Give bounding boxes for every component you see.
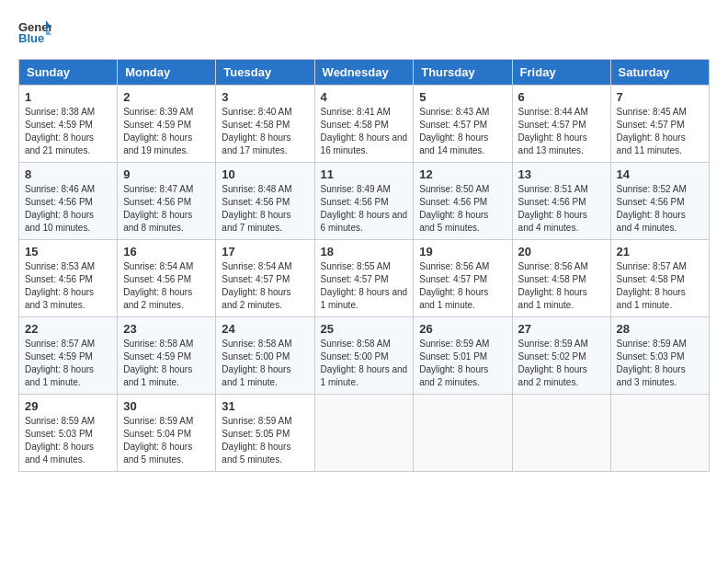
day-number: 28 [617,322,703,336]
cell-info: Sunrise: 8:46 AMSunset: 4:56 PMDaylight:… [25,183,111,235]
cell-info: Sunrise: 8:57 AMSunset: 4:59 PMDaylight:… [25,338,111,389]
calendar-cell: 1Sunrise: 8:38 AMSunset: 4:59 PMDaylight… [19,86,118,163]
cell-info: Sunrise: 8:59 AMSunset: 5:04 PMDaylight:… [123,415,210,466]
cell-info: Sunrise: 8:53 AMSunset: 4:56 PMDaylight:… [25,260,111,312]
day-number: 27 [518,322,605,336]
day-number: 23 [123,322,210,336]
calendar-cell: 2Sunrise: 8:39 AMSunset: 4:59 PMDaylight… [118,86,216,163]
calendar-cell: 30Sunrise: 8:59 AMSunset: 5:04 PMDayligh… [118,395,216,472]
day-number: 13 [518,167,605,181]
day-number: 30 [123,399,210,413]
cell-info: Sunrise: 8:47 AMSunset: 4:56 PMDaylight:… [123,183,210,235]
calendar-header-monday: Monday [118,60,216,86]
calendar-cell: 19Sunrise: 8:56 AMSunset: 4:57 PMDayligh… [414,240,512,317]
day-number: 1 [25,90,111,104]
calendar-cell: 12Sunrise: 8:50 AMSunset: 4:56 PMDayligh… [414,163,512,240]
day-number: 21 [617,245,703,259]
calendar-week-5: 29Sunrise: 8:59 AMSunset: 5:03 PMDayligh… [19,395,710,472]
svg-text:Blue: Blue [18,31,44,44]
cell-info: Sunrise: 8:38 AMSunset: 4:59 PMDaylight:… [25,106,111,157]
cell-info: Sunrise: 8:59 AMSunset: 5:03 PMDaylight:… [25,415,111,466]
calendar-cell: 25Sunrise: 8:58 AMSunset: 5:00 PMDayligh… [314,317,414,395]
calendar-cell: 22Sunrise: 8:57 AMSunset: 4:59 PMDayligh… [19,317,118,395]
day-number: 8 [25,167,111,181]
calendar-cell: 18Sunrise: 8:55 AMSunset: 4:57 PMDayligh… [314,240,414,317]
day-number: 25 [321,322,408,336]
calendar-cell: 3Sunrise: 8:40 AMSunset: 4:58 PMDaylight… [216,86,314,163]
calendar-cell: 27Sunrise: 8:59 AMSunset: 5:02 PMDayligh… [512,317,610,395]
day-number: 19 [419,245,506,259]
calendar-cell: 4Sunrise: 8:41 AMSunset: 4:58 PMDaylight… [314,86,414,163]
calendar-cell: 15Sunrise: 8:53 AMSunset: 4:56 PMDayligh… [19,240,118,317]
calendar-cell [512,395,610,472]
day-number: 11 [321,167,408,181]
day-number: 24 [222,322,308,336]
cell-info: Sunrise: 8:39 AMSunset: 4:59 PMDaylight:… [123,106,210,157]
cell-info: Sunrise: 8:45 AMSunset: 4:57 PMDaylight:… [617,106,703,157]
day-number: 31 [222,399,308,413]
cell-info: Sunrise: 8:58 AMSunset: 5:00 PMDaylight:… [321,338,408,389]
day-number: 18 [321,245,408,259]
calendar-cell: 13Sunrise: 8:51 AMSunset: 4:56 PMDayligh… [512,163,610,240]
calendar-cell: 9Sunrise: 8:47 AMSunset: 4:56 PMDaylight… [118,163,216,240]
calendar-body: 1Sunrise: 8:38 AMSunset: 4:59 PMDaylight… [19,86,710,472]
calendar-cell: 5Sunrise: 8:43 AMSunset: 4:57 PMDaylight… [414,86,512,163]
calendar-week-1: 1Sunrise: 8:38 AMSunset: 4:59 PMDaylight… [19,86,710,163]
day-number: 9 [123,167,210,181]
calendar-header-sunday: Sunday [19,60,118,86]
cell-info: Sunrise: 8:52 AMSunset: 4:56 PMDaylight:… [617,183,703,235]
day-number: 3 [222,90,308,104]
calendar-header-friday: Friday [512,60,610,86]
calendar-cell: 31Sunrise: 8:59 AMSunset: 5:05 PMDayligh… [216,395,314,472]
calendar-cell: 20Sunrise: 8:56 AMSunset: 4:58 PMDayligh… [512,240,610,317]
calendar-cell: 23Sunrise: 8:58 AMSunset: 4:59 PMDayligh… [118,317,216,395]
calendar-header-row: SundayMondayTuesdayWednesdayThursdayFrid… [19,60,710,86]
calendar-header-wednesday: Wednesday [314,60,414,86]
calendar-cell: 10Sunrise: 8:48 AMSunset: 4:56 PMDayligh… [216,163,314,240]
cell-info: Sunrise: 8:57 AMSunset: 4:58 PMDaylight:… [617,260,703,312]
calendar-week-3: 15Sunrise: 8:53 AMSunset: 4:56 PMDayligh… [19,240,710,317]
calendar-cell: 28Sunrise: 8:59 AMSunset: 5:03 PMDayligh… [610,317,709,395]
day-number: 22 [25,322,111,336]
calendar-cell: 17Sunrise: 8:54 AMSunset: 4:57 PMDayligh… [216,240,314,317]
cell-info: Sunrise: 8:58 AMSunset: 5:00 PMDaylight:… [222,338,308,389]
logo: General Blue [18,18,51,44]
cell-info: Sunrise: 8:56 AMSunset: 4:57 PMDaylight:… [419,260,506,312]
calendar-week-2: 8Sunrise: 8:46 AMSunset: 4:56 PMDaylight… [19,163,710,240]
cell-info: Sunrise: 8:40 AMSunset: 4:58 PMDaylight:… [222,106,308,157]
cell-info: Sunrise: 8:54 AMSunset: 4:56 PMDaylight:… [123,260,210,312]
calendar-header-saturday: Saturday [610,60,709,86]
cell-info: Sunrise: 8:58 AMSunset: 4:59 PMDaylight:… [123,338,210,389]
day-number: 14 [617,167,703,181]
calendar-cell: 21Sunrise: 8:57 AMSunset: 4:58 PMDayligh… [610,240,709,317]
day-number: 29 [25,399,111,413]
calendar-cell: 8Sunrise: 8:46 AMSunset: 4:56 PMDaylight… [19,163,118,240]
cell-info: Sunrise: 8:55 AMSunset: 4:57 PMDaylight:… [321,260,408,312]
calendar-cell: 7Sunrise: 8:45 AMSunset: 4:57 PMDaylight… [610,86,709,163]
calendar-cell: 26Sunrise: 8:59 AMSunset: 5:01 PMDayligh… [414,317,512,395]
calendar-cell [610,395,709,472]
cell-info: Sunrise: 8:56 AMSunset: 4:58 PMDaylight:… [518,260,605,312]
page-header: General Blue [18,18,710,44]
calendar-cell [314,395,414,472]
calendar-header-tuesday: Tuesday [216,60,314,86]
cell-info: Sunrise: 8:54 AMSunset: 4:57 PMDaylight:… [222,260,308,312]
cell-info: Sunrise: 8:41 AMSunset: 4:58 PMDaylight:… [321,106,408,157]
day-number: 15 [25,245,111,259]
day-number: 5 [419,90,506,104]
cell-info: Sunrise: 8:59 AMSunset: 5:01 PMDaylight:… [419,338,506,389]
day-number: 16 [123,245,210,259]
cell-info: Sunrise: 8:43 AMSunset: 4:57 PMDaylight:… [419,106,506,157]
day-number: 7 [617,90,703,104]
calendar-cell: 11Sunrise: 8:49 AMSunset: 4:56 PMDayligh… [314,163,414,240]
calendar-cell: 24Sunrise: 8:58 AMSunset: 5:00 PMDayligh… [216,317,314,395]
calendar-cell: 29Sunrise: 8:59 AMSunset: 5:03 PMDayligh… [19,395,118,472]
calendar-cell [414,395,512,472]
day-number: 10 [222,167,308,181]
day-number: 4 [321,90,408,104]
cell-info: Sunrise: 8:59 AMSunset: 5:02 PMDaylight:… [518,338,605,389]
day-number: 6 [518,90,605,104]
calendar-table: SundayMondayTuesdayWednesdayThursdayFrid… [18,59,710,472]
calendar-week-4: 22Sunrise: 8:57 AMSunset: 4:59 PMDayligh… [19,317,710,395]
cell-info: Sunrise: 8:44 AMSunset: 4:57 PMDaylight:… [518,106,605,157]
